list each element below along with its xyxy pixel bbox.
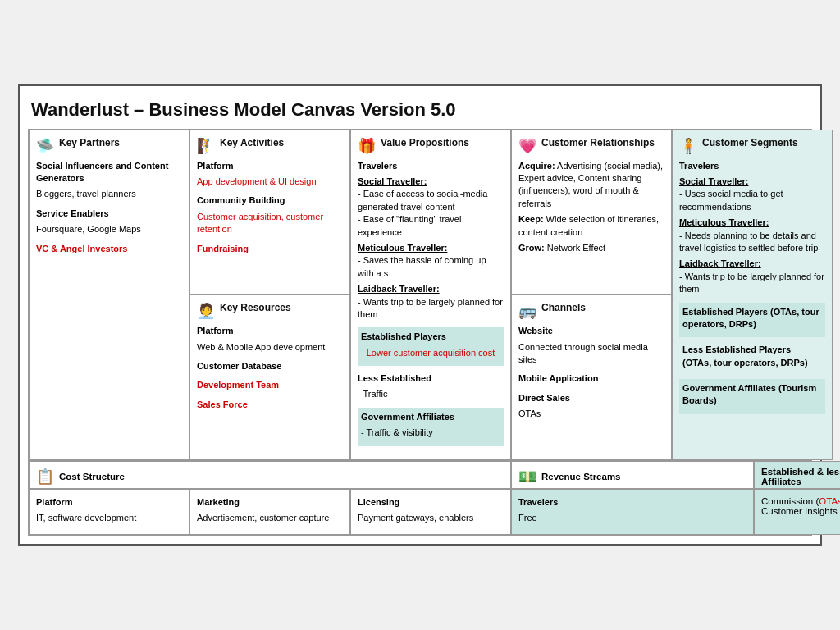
cs-established-label: Established Players (OTAs, tour operator…: [682, 306, 822, 331]
revenue-right-detail: Commission (OTAs: 5% CPA), Targeted Adve…: [754, 489, 840, 536]
cs-meticulous: Meticulous Traveller: - Needs planning t…: [679, 217, 825, 254]
kr-label-2: Customer Database: [197, 360, 343, 372]
cost-licensing-cell: Licensing Payment gateways, enablers: [350, 489, 511, 536]
ka-sub-1: App development & UI design: [197, 176, 343, 188]
cs-gov-block: Government Affiliates (Tourism Boards): [679, 379, 825, 414]
ch-mobile-label: Mobile Application: [518, 372, 664, 385]
vp-social-label: Social Traveller:: [358, 176, 427, 186]
kr-text-1: Web & Mobile App development: [197, 341, 343, 354]
value-prop-header: 🎁 Value Propositions: [358, 137, 504, 155]
customer-relationships-cell: 💗 Customer Relationships Acquire: Advert…: [511, 130, 672, 295]
kp-text-1: Bloggers, travel planners: [36, 188, 182, 200]
ch-website-text: Connected through social media sites: [518, 341, 664, 367]
cost-marketing-label: Marketing: [197, 496, 343, 509]
cs-laidback-label: Laidback Traveller:: [679, 258, 761, 268]
cr-grow-label: Grow:: [518, 243, 545, 253]
ka-sub-2: Customer acquisition, customer retention: [197, 211, 343, 236]
vp-established-text: - Lower customer acquisition cost: [361, 347, 500, 359]
vp-gov-block: Government Affiliates - Traffic & visibi…: [358, 408, 504, 446]
rev-right-text1: Commission (: [761, 496, 819, 506]
cost-platform-label: Platform: [36, 496, 182, 509]
kr-section-2: Customer Database: [197, 360, 343, 372]
cost-platform-cell: Platform IT, software development: [29, 489, 189, 536]
ka-label-3: Fundraising: [197, 243, 343, 255]
key-partners-title: Key Partners: [59, 137, 120, 148]
kp-section-2: Service Enablers Foursquare, Google Maps: [36, 208, 182, 236]
kp-text-2: Foursquare, Google Maps: [36, 223, 182, 235]
key-activities-title: Key Activities: [220, 137, 284, 148]
value-prop-icon: 🎁: [358, 137, 376, 155]
revenue-streams-icon: 💵: [518, 468, 536, 486]
vp-travelers-group: Travelers Social Traveller: - Ease of ac…: [358, 160, 504, 322]
vp-established-block: Established Players - Lower customer acq…: [358, 327, 504, 366]
kr-label-4: Sales Force: [197, 399, 343, 411]
key-partners-header: 🛸 Key Partners: [36, 137, 182, 155]
ch-website: Website Connected through social media s…: [518, 325, 664, 366]
kr-section-4: Sales Force: [197, 399, 343, 411]
cost-marketing-text: Advertisement, customer capture: [197, 512, 343, 524]
revenue-right-header: Established & less establish players, Go…: [754, 461, 840, 489]
kp-label-2: Service Enablers: [36, 208, 182, 220]
cr-acquire-label: Acquire:: [518, 161, 555, 171]
cs-less-label: Less Established Players (OTAs, tour ope…: [682, 344, 822, 369]
rev-right-red: OTAs: 5% CPA: [819, 496, 840, 506]
canvas-title: Wanderlust – Business Model Canvas Versi…: [28, 94, 812, 129]
kr-label-1: Platform: [197, 325, 343, 337]
kr-icon: 🧑‍💼: [197, 302, 215, 320]
channels-icon: 🚌: [518, 302, 536, 320]
cs-travelers-label: Travelers: [679, 160, 825, 172]
canvas-wrapper: Wanderlust – Business Model Canvas Versi…: [18, 84, 822, 546]
revenue-streams-header-cell: 💵 Revenue Streams: [511, 461, 754, 489]
kr-label-3: Development Team: [197, 379, 343, 391]
cost-structure-header-cell: 📋 Cost Structure: [29, 461, 511, 489]
key-activities-icon: 🧗: [197, 137, 215, 155]
key-partners-cell: 🛸 Key Partners Social Influencers and Co…: [29, 130, 189, 460]
ch-direct-label: Direct Sales: [518, 392, 664, 404]
cost-platform-text: IT, software development: [36, 512, 182, 524]
cs-social: Social Traveller: - Uses social media to…: [679, 176, 825, 213]
vp-less-established-block: Less Established - Traffic: [358, 372, 504, 401]
ka-section-3: Fundraising: [197, 243, 343, 255]
vp-meticulous-label: Meticulous Traveller:: [358, 243, 447, 253]
customer-segments-cell: 🧍 Customer Segments Travelers Social Tra…: [672, 130, 833, 460]
revenue-travelers-cell: Travelers Free: [511, 489, 754, 536]
vp-travelers-label: Travelers: [358, 160, 504, 172]
cs-header: 🧍 Customer Segments: [679, 137, 825, 155]
cr-title: Customer Relationships: [541, 137, 655, 148]
kp-label-1: Social Influencers and Content Generator…: [36, 160, 182, 185]
ka-section-1: Platform App development & UI design: [197, 160, 343, 189]
bottom-row: 📋 Cost Structure 💵 Revenue Streams Estab…: [28, 461, 812, 536]
vp-gov-label: Government Affiliates: [361, 411, 500, 423]
kr-section-3: Development Team: [197, 379, 343, 391]
channels-header: 🚌 Channels: [518, 302, 664, 320]
cs-less-block: Less Established Players (OTAs, tour ope…: [679, 340, 825, 376]
cs-icon: 🧍: [679, 137, 697, 155]
channels-cell: 🚌 Channels Website Connected through soc…: [511, 294, 672, 460]
vp-established-label: Established Players: [361, 331, 500, 343]
value-prop-title: Value Propositions: [381, 137, 469, 148]
cs-title: Customer Segments: [702, 137, 798, 148]
cost-marketing-cell: Marketing Advertisement, customer captur…: [189, 489, 350, 536]
cs-gov-label: Government Affiliates (Tourism Boards): [682, 382, 822, 408]
cs-social-label: Social Traveller:: [679, 176, 748, 186]
cr-icon: 💗: [518, 137, 536, 155]
rev-travelers-label: Travelers: [518, 496, 746, 509]
kp-section-1: Social Influencers and Content Generator…: [36, 160, 182, 201]
cost-structure-title: Cost Structure: [59, 472, 125, 482]
ch-website-label: Website: [518, 325, 664, 337]
cs-established-block: Established Players (OTAs, tour operator…: [679, 303, 825, 338]
vp-meticulous-traveller: Meticulous Traveller: - Saves the hassle…: [358, 242, 504, 280]
key-activities-header: 🧗 Key Activities: [197, 137, 343, 155]
cr-keep-label: Keep:: [518, 214, 544, 224]
ka-label-2: Community Building: [197, 194, 343, 207]
revenue-streams-title: Revenue Streams: [541, 472, 621, 482]
key-activities-cell: 🧗 Key Activities Platform App developmen…: [189, 130, 350, 295]
rev-travelers-text: Free: [518, 512, 746, 524]
cs-travelers-group: Travelers Social Traveller: - Uses socia…: [679, 160, 825, 296]
revenue-right-label: Established & less establish players, Go…: [761, 467, 840, 486]
kr-title: Key Resources: [220, 302, 291, 313]
cs-laidback: Laidback Traveller: - Wants trip to be l…: [679, 258, 825, 295]
cr-header: 💗 Customer Relationships: [518, 137, 664, 155]
cost-licensing-label: Licensing: [358, 496, 504, 509]
value-propositions-cell: 🎁 Value Propositions Travelers Social Tr…: [350, 130, 511, 460]
